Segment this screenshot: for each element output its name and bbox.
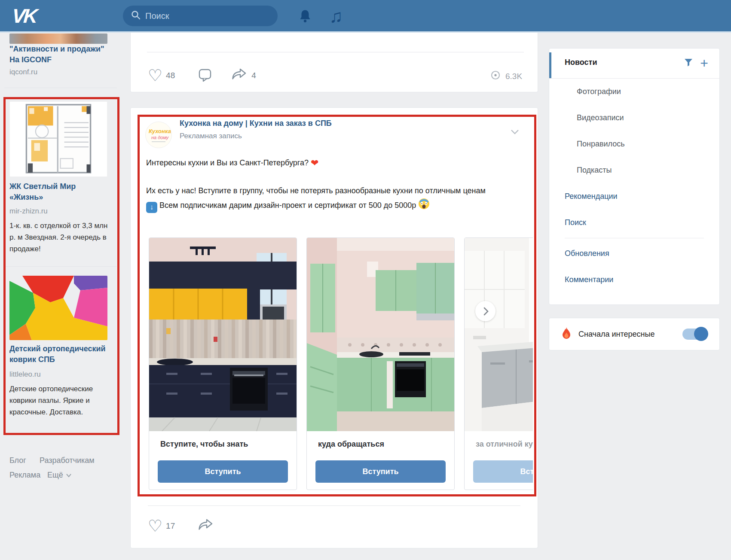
ad-text: 1-к. кв. с отделкой от 3,3 млн р. м Звез…	[9, 220, 114, 255]
vk-logo[interactable]: VK	[11, 4, 37, 27]
sponsored-post: Кухонка на дому Кухонка на дому | Кухни …	[130, 107, 538, 548]
divider	[4, 88, 117, 88]
divider	[147, 52, 524, 52]
carousel-caption: куда обращаться	[318, 440, 443, 449]
nav-item-updates[interactable]: Обновления	[549, 240, 719, 267]
news-nav-header: Новости +	[549, 49, 719, 79]
nav-item-news[interactable]: Новости	[565, 58, 597, 67]
views-icon	[490, 70, 501, 83]
notifications-bell-icon[interactable]	[296, 7, 315, 26]
ad-title-line: «Жизнь»	[9, 192, 116, 203]
svg-text:Кухонка: Кухонка	[149, 128, 171, 134]
music-icon[interactable]: ♫	[327, 7, 346, 26]
red-heart-emoji: ❤	[311, 156, 318, 170]
post-menu-chevron-icon[interactable]	[509, 127, 521, 139]
ad-title-line: На IGCONF	[9, 55, 116, 65]
ad-domain: littleleo.ru	[9, 370, 41, 379]
post-text-line: Их есть у нас! Вступите в группу, чтобы …	[146, 186, 486, 195]
ad-image-igconf[interactable]	[9, 33, 107, 44]
ad-title-line: ЖК Светлый Мир	[9, 181, 116, 192]
like-count: 17	[166, 521, 175, 531]
like-count: 48	[166, 71, 175, 80]
nav-item-comments[interactable]: Комментарии	[549, 267, 719, 293]
carousel-next-button[interactable]	[475, 301, 495, 321]
share-icon[interactable]	[197, 517, 214, 535]
nav-item-recommendations[interactable]: Рекомендации	[549, 183, 719, 210]
like-icon[interactable]: ♡	[148, 518, 162, 534]
nav-item-podcasts[interactable]: Подкасты	[549, 157, 719, 183]
post-author[interactable]: Кухонка на дому | Кухни на заказ в СПБ	[180, 119, 332, 128]
divider	[148, 505, 520, 506]
join-button[interactable]: Вступить	[158, 460, 288, 483]
footer-link-developers[interactable]: Разработчикам	[40, 456, 95, 465]
toggle-knob	[694, 327, 708, 341]
share-icon[interactable]	[231, 67, 248, 84]
ad-image-puzzle-mat[interactable]	[9, 276, 107, 340]
carousel-caption: за отличной кухней	[476, 440, 533, 449]
down-arrow-emoji: ↓	[146, 202, 157, 213]
comment-icon[interactable]	[197, 67, 213, 84]
vk-page: VK ♫ "Активности и продажи" На IGCONF iq…	[0, 0, 731, 560]
footer-link-blog[interactable]: Блог	[9, 456, 26, 465]
post-ad-label: Рекламная запись	[180, 132, 242, 140]
divider	[565, 238, 704, 238]
search-input[interactable]	[145, 11, 261, 21]
footer-link-ads[interactable]: Реклама	[9, 471, 40, 480]
carousel-caption: Вступите, чтобы знать	[160, 440, 285, 449]
interesting-first-card: Сначала интересные	[549, 318, 720, 350]
nav-item-liked[interactable]: Понравилось	[549, 131, 719, 157]
post-text-line: Интересны кухни и Вы из Санкт-Петербурга…	[146, 158, 309, 167]
add-source-plus-icon[interactable]: +	[700, 57, 708, 69]
news-nav-list: Фотографии Видеозаписи Понравилось Подка…	[549, 79, 719, 293]
ad-title-igconf[interactable]: "Активности и продажи" На IGCONF	[9, 44, 116, 65]
footer-link-more[interactable]: Ещё	[47, 471, 63, 480]
filter-icon[interactable]	[684, 58, 693, 69]
news-nav-card: Новости + Фотографии Видеозаписи Понрави…	[549, 48, 720, 305]
fire-icon	[561, 327, 572, 341]
carousel-card: за отличной кухней Вступить	[464, 237, 533, 490]
join-button[interactable]: Вступить	[473, 460, 533, 483]
views-count: 6.3K	[505, 72, 522, 81]
interesting-first-toggle[interactable]	[682, 329, 707, 340]
ad-title-zhk[interactable]: ЖК Светлый Мир «Жизнь»	[9, 181, 116, 203]
nav-item-photos[interactable]: Фотографии	[549, 79, 719, 105]
ad-domain: mir-zhizn.ru	[9, 207, 48, 216]
active-item-accent	[549, 52, 551, 78]
ad-image-floorplan[interactable]	[9, 101, 107, 177]
nav-item-videos[interactable]: Видеозаписи	[549, 105, 719, 131]
top-bar: VK ♫	[0, 0, 731, 33]
carousel-card: Вступите, чтобы знать Вступить	[149, 237, 297, 490]
carousel-card: куда обращаться Вступить	[306, 237, 455, 490]
kitchen-photo-mint[interactable]	[307, 238, 454, 431]
interesting-first-label: Сначала интересные	[578, 330, 655, 339]
ad-title-line: коврик СПБ	[9, 354, 116, 365]
ad-text: Детские ортопедические коврики пазлы. Яр…	[9, 383, 114, 418]
like-icon[interactable]: ♡	[148, 67, 162, 84]
divider	[4, 266, 117, 267]
group-avatar[interactable]: Кухонка на дому	[145, 122, 172, 148]
svg-text:на дому: на дому	[151, 135, 169, 140]
ad-title-line: Детский ортопедический	[9, 344, 116, 354]
share-count: 4	[251, 71, 256, 80]
screaming-face-emoji	[418, 198, 430, 214]
join-button[interactable]: Вступить	[315, 460, 446, 483]
ad-domain: iqconf.ru	[9, 68, 37, 76]
ad-title-mat[interactable]: Детский ортопедический коврик СПБ	[9, 344, 116, 365]
search-bar[interactable]	[123, 6, 278, 26]
chevron-down-icon[interactable]	[65, 472, 72, 481]
post-carousel: Вступите, чтобы знать Вступить	[131, 237, 533, 493]
ad-title-line: "Активности и продажи"	[9, 44, 116, 55]
kitchen-photo-dark-yellow[interactable]	[149, 238, 297, 431]
search-icon	[131, 10, 141, 22]
post-text: Интересны кухни и Вы из Санкт-Петербурга…	[146, 156, 494, 214]
feed-post-top: ♡ 48 4 6.3K	[130, 27, 538, 92]
nav-item-search[interactable]: Поиск	[549, 210, 719, 236]
post-text-line: Всем подписчикам дарим дизайн-проект и с…	[159, 201, 416, 210]
kitchen-photo-white[interactable]	[465, 238, 533, 431]
